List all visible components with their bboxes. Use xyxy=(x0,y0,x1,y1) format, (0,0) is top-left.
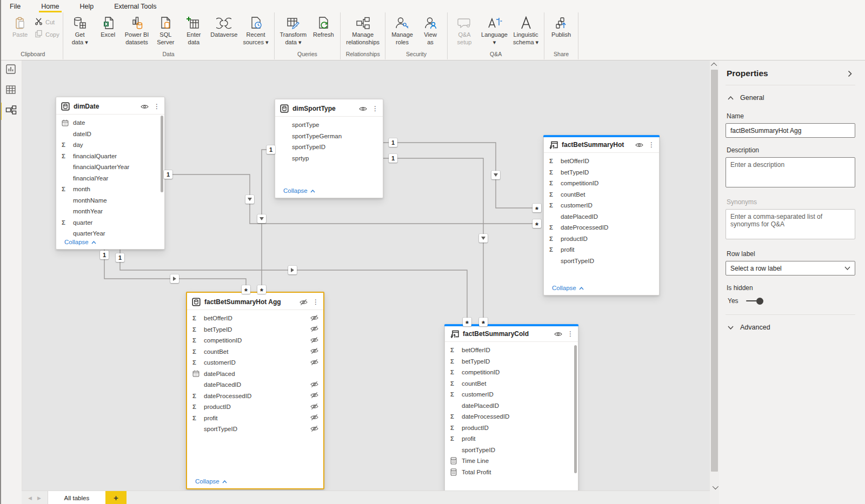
field-row[interactable]: ΣbetTypeID xyxy=(544,167,659,178)
ribbon-button-recent[interactable]: Recent sources ▾ xyxy=(241,14,270,48)
field-row[interactable]: Σmonth xyxy=(56,184,164,195)
field-row[interactable]: sportTypeID xyxy=(275,142,383,153)
eye-icon[interactable] xyxy=(359,106,367,112)
ribbon-button-manage[interactable]: Manage relationships xyxy=(344,14,382,48)
name-field[interactable] xyxy=(726,123,855,138)
card-scrollbar[interactable] xyxy=(161,116,163,192)
advanced-section-header[interactable]: Advanced xyxy=(726,315,855,333)
more-options-icon[interactable]: ⋮ xyxy=(152,103,160,110)
field-row[interactable]: ΣdateProcessedID xyxy=(544,222,659,233)
general-section-header[interactable]: General xyxy=(726,85,855,104)
ribbon-tab-home[interactable]: Home xyxy=(40,1,60,12)
ribbon-button-linguistic[interactable]: Linguistic schema ▾ xyxy=(511,14,541,48)
add-layout-button[interactable]: + xyxy=(105,491,127,504)
field-row[interactable]: ΣcompetitionID xyxy=(187,335,323,346)
field-row[interactable]: ΣcustomerID xyxy=(544,200,659,211)
field-row[interactable]: datePlacedID xyxy=(445,400,578,412)
field-row[interactable]: sportTypeGerman xyxy=(275,131,383,142)
ribbon-button-dataverse[interactable]: Dataverse xyxy=(208,14,239,40)
field-row[interactable]: ΣcountBet xyxy=(187,346,323,358)
eye-icon[interactable] xyxy=(554,331,562,337)
field-row[interactable]: ΣcustomerID xyxy=(187,357,323,368)
ribbon-button-sql[interactable]: SQL Server xyxy=(152,14,179,48)
ribbon-button-power-bi[interactable]: Power BI datasets xyxy=(123,14,151,48)
ribbon-button-get[interactable]: Get data ▾ xyxy=(66,14,94,48)
collapse-link[interactable]: Collapse xyxy=(195,478,227,485)
ribbon-button-refresh[interactable]: Refresh xyxy=(310,14,337,40)
table-card-header[interactable]: dimSportType ⋮ xyxy=(275,101,383,117)
collapse-link[interactable]: Collapse xyxy=(283,187,315,194)
tab-prev-icon[interactable]: ◀ xyxy=(28,495,32,501)
field-row[interactable]: ΣcompetitionID xyxy=(544,178,659,189)
eye-icon[interactable] xyxy=(141,104,149,110)
table-card-factBetSummaryCold[interactable]: factBetSummaryCold ⋮ ΣbetOfferIDΣbetType… xyxy=(444,324,578,493)
field-row[interactable]: ΣbetOfferID xyxy=(445,345,578,356)
field-row[interactable]: Σprofit xyxy=(544,244,659,256)
field-row[interactable]: ΣdateProcessedID xyxy=(187,391,323,402)
field-row[interactable]: monthYear xyxy=(56,206,164,217)
field-row[interactable]: Σprofit xyxy=(445,433,578,445)
field-row[interactable]: datePlaced xyxy=(187,368,323,380)
field-row[interactable]: ΣproductID xyxy=(544,233,659,245)
ribbon-button-view[interactable]: View as xyxy=(417,14,444,48)
field-row[interactable]: ΣfinancialQuarter xyxy=(56,151,164,162)
field-row[interactable]: ΣproductID xyxy=(445,422,578,434)
field-row[interactable]: sportTypeID xyxy=(445,445,578,456)
field-row[interactable]: ΣbetTypeID xyxy=(187,324,323,335)
field-row[interactable]: ΣcustomerID xyxy=(445,389,578,400)
field-row[interactable]: quarterYear xyxy=(56,228,164,239)
row-label-dropdown[interactable]: Select a row label xyxy=(726,261,855,275)
ribbon-button-language[interactable]: Language ▾ xyxy=(479,14,510,48)
tab-all-tables[interactable]: All tables xyxy=(48,491,105,504)
field-row[interactable]: Σprofit xyxy=(187,413,323,424)
field-row[interactable]: datePlacedID xyxy=(187,379,323,391)
synonyms-field[interactable] xyxy=(726,209,855,239)
ribbon-button-transform[interactable]: Transform data ▾ xyxy=(278,14,309,48)
table-card-factBetSummaryHotAgg[interactable]: factBetSummaryHot Agg ⋮ ΣbetOfferIDΣbetT… xyxy=(186,292,324,489)
field-row[interactable]: financialYear xyxy=(56,173,164,184)
more-options-icon[interactable]: ⋮ xyxy=(566,330,574,338)
scroll-up-icon[interactable] xyxy=(710,60,719,69)
ribbon-tab-file[interactable]: File xyxy=(9,1,22,12)
collapse-panel-icon[interactable] xyxy=(848,70,852,77)
more-options-icon[interactable]: ⋮ xyxy=(647,141,655,149)
scrollbar-thumb[interactable] xyxy=(711,70,718,472)
scroll-down-icon[interactable] xyxy=(710,482,719,492)
table-card-header[interactable]: factBetSummaryHot ⋮ xyxy=(544,137,659,153)
ribbon-tab-help[interactable]: Help xyxy=(79,1,95,12)
ribbon-button-publish[interactable]: Publish xyxy=(548,14,575,40)
field-row[interactable]: ΣcountBet xyxy=(445,378,578,389)
field-row[interactable]: Σquarter xyxy=(56,217,164,229)
table-card-header[interactable]: factBetSummaryCold ⋮ xyxy=(445,326,578,342)
table-card-factBetSummaryHot[interactable]: factBetSummaryHot ⋮ ΣbetOfferIDΣbetTypeI… xyxy=(543,135,660,295)
canvas-vertical-scrollbar[interactable] xyxy=(710,60,719,504)
collapse-link[interactable]: Collapse xyxy=(552,285,584,291)
collapse-link[interactable]: Collapse xyxy=(64,239,96,245)
sidebar-item-report-view[interactable] xyxy=(0,60,22,80)
field-row[interactable]: ΣproductID xyxy=(187,401,323,413)
table-card-dimSportType[interactable]: dimSportType ⋮ sportTypesportTypeGermans… xyxy=(275,99,383,198)
table-card-header[interactable]: factBetSummaryHot Agg ⋮ xyxy=(187,294,323,310)
table-card-header[interactable]: dimDate ⋮ xyxy=(56,99,164,115)
field-row[interactable]: ΣdateProcessedID xyxy=(445,411,578,422)
table-card-dimDate[interactable]: dimDate ⋮ datedateIDΣdayΣfinancialQuarte… xyxy=(56,97,165,250)
field-row[interactable]: sportType xyxy=(275,119,383,131)
ribbon-tab-external-tools[interactable]: External Tools xyxy=(113,1,157,12)
field-row[interactable]: financialQuarterYear xyxy=(56,162,164,173)
tab-next-icon[interactable]: ▶ xyxy=(37,495,41,501)
field-row[interactable]: sprtyp xyxy=(275,153,383,164)
is-hidden-toggle[interactable] xyxy=(746,297,763,305)
ribbon-button-excel[interactable]: Excel xyxy=(95,14,122,40)
description-field[interactable] xyxy=(726,157,855,187)
field-row[interactable]: ΣbetOfferID xyxy=(544,156,659,167)
field-row[interactable]: Total Profit xyxy=(445,467,578,478)
field-row[interactable]: date xyxy=(56,117,164,129)
eye-off-icon[interactable] xyxy=(300,299,308,306)
relationship-line[interactable] xyxy=(382,158,483,320)
sidebar-item-data-view[interactable] xyxy=(0,80,22,101)
field-row[interactable]: ΣbetTypeID xyxy=(445,356,578,367)
field-row[interactable]: sportTypeID xyxy=(544,256,659,267)
field-row[interactable]: sportTypeID xyxy=(187,424,323,435)
sidebar-item-model-view[interactable] xyxy=(0,101,22,122)
eye-icon[interactable] xyxy=(635,142,643,148)
